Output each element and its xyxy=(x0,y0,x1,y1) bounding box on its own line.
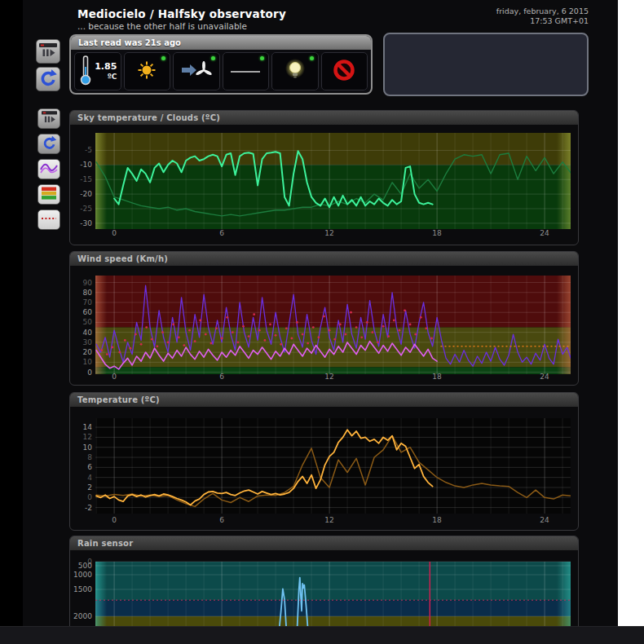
svg-text:14: 14 xyxy=(83,423,93,431)
svg-text:6: 6 xyxy=(87,463,92,471)
bulb-icon xyxy=(284,58,307,86)
svg-text:12: 12 xyxy=(324,229,333,237)
chart-title[interactable]: Sky temperature / Clouds (ºC) xyxy=(70,111,578,125)
svg-text:12: 12 xyxy=(83,433,92,441)
svg-text:500: 500 xyxy=(78,562,92,570)
temperature-unit: ºC xyxy=(95,73,117,81)
svg-text:80: 80 xyxy=(83,289,93,297)
curves-icon xyxy=(39,160,59,179)
sun-icon xyxy=(136,60,157,84)
svg-text:50: 50 xyxy=(83,318,93,326)
svg-text:8: 8 xyxy=(87,453,92,461)
svg-text:12: 12 xyxy=(324,373,333,381)
svg-text:24: 24 xyxy=(540,516,549,524)
tile-blocked[interactable] xyxy=(321,52,368,90)
chart-canvas[interactable]: -5-10-15-20-25-3006121824 xyxy=(70,125,578,245)
svg-text:20: 20 xyxy=(83,348,93,356)
tile-flatline[interactable] xyxy=(223,52,270,90)
svg-text:10: 10 xyxy=(83,443,93,452)
dotted-line-icon xyxy=(39,210,59,229)
svg-text:-20: -20 xyxy=(80,190,92,198)
page-subtitle: ... because the other half is unavailabl… xyxy=(77,21,247,31)
page-title: Mediocielo / Halfsky observatory xyxy=(77,7,286,20)
panels-button[interactable] xyxy=(37,108,60,129)
svg-text:1500: 1500 xyxy=(73,585,92,593)
chart-toolbar xyxy=(37,108,60,230)
tile-temperature[interactable]: 1.85 ºC xyxy=(74,52,121,90)
bottom-bar xyxy=(0,626,644,644)
page: Mediocielo / Halfsky observatory ... bec… xyxy=(0,0,644,644)
info-panel xyxy=(383,33,589,96)
status-panel: Last read was 21s ago 1.85 ºC xyxy=(69,34,373,95)
status-led xyxy=(211,56,215,60)
chart-title[interactable]: Wind speed (Km/h) xyxy=(70,252,578,266)
left-margin xyxy=(0,0,23,644)
svg-text:6: 6 xyxy=(219,229,224,237)
time-text: 17:53 GMT+01 xyxy=(496,16,589,26)
line-icon xyxy=(229,64,262,79)
refresh-button[interactable] xyxy=(36,67,60,91)
svg-text:18: 18 xyxy=(432,229,442,237)
wind-icon xyxy=(180,59,213,85)
datetime: friday, february, 6 2015 17:53 GMT+01 xyxy=(496,7,589,27)
svg-text:-5: -5 xyxy=(85,146,92,154)
panels-button[interactable] xyxy=(36,39,60,64)
tile-bulb[interactable] xyxy=(271,52,319,90)
svg-text:24: 24 xyxy=(540,373,549,381)
top-toolbar xyxy=(36,39,60,91)
panels-icon xyxy=(39,43,57,60)
svg-text:0: 0 xyxy=(112,229,117,237)
svg-text:0: 0 xyxy=(87,368,92,377)
svg-text:12: 12 xyxy=(324,516,333,524)
tile-sun[interactable] xyxy=(124,52,171,90)
svg-text:-30: -30 xyxy=(80,219,92,227)
refresh-button[interactable] xyxy=(37,134,60,154)
svg-text:1000: 1000 xyxy=(73,571,92,579)
status-led xyxy=(260,56,264,60)
chart-title[interactable]: Temperature (ºC) xyxy=(70,393,578,407)
curves-button[interactable] xyxy=(37,159,60,179)
svg-text:10: 10 xyxy=(83,358,93,366)
svg-text:18: 18 xyxy=(432,373,442,381)
status-led xyxy=(161,56,165,60)
status-led xyxy=(310,56,314,60)
svg-text:90: 90 xyxy=(83,279,93,287)
svg-text:-10: -10 xyxy=(80,161,92,169)
svg-text:-2: -2 xyxy=(85,504,92,512)
chart-panel-temperature: Temperature (ºC) 14121086420-206121824 xyxy=(69,392,579,531)
tile-wind[interactable] xyxy=(173,52,220,90)
status-tiles: 1.85 ºC xyxy=(71,50,371,93)
refresh-icon xyxy=(37,68,59,91)
chart-title[interactable]: Rain sensor xyxy=(70,536,578,550)
svg-text:24: 24 xyxy=(540,229,549,237)
svg-text:0: 0 xyxy=(87,493,92,501)
thermometer-icon xyxy=(78,55,93,89)
date-text: friday, february, 6 2015 xyxy=(496,7,589,16)
svg-text:18: 18 xyxy=(432,516,442,524)
svg-text:60: 60 xyxy=(83,308,93,316)
color-bands-icon xyxy=(39,185,59,204)
chart-canvas[interactable]: 908070605040302010006121824 xyxy=(70,266,578,385)
svg-text:40: 40 xyxy=(83,329,93,337)
thresholds-button[interactable] xyxy=(37,184,60,205)
chart-panel-sky: Sky temperature / Clouds (ºC) -5-10-15-2… xyxy=(69,110,579,245)
status-panel-header[interactable]: Last read was 21s ago xyxy=(71,36,371,50)
blocked-icon xyxy=(332,58,356,86)
chart-panel-wind: Wind speed (Km/h) 9080706050403020100061… xyxy=(69,251,579,386)
temperature-value: 1.85 xyxy=(95,62,117,72)
svg-text:-15: -15 xyxy=(80,175,92,183)
panels-icon xyxy=(42,111,57,126)
refresh-icon xyxy=(41,135,58,154)
svg-text:6: 6 xyxy=(219,373,224,381)
svg-text:0: 0 xyxy=(112,516,117,524)
svg-text:6: 6 xyxy=(219,516,224,524)
svg-text:4: 4 xyxy=(87,474,92,482)
svg-text:0: 0 xyxy=(112,373,117,381)
dotted-line-button[interactable] xyxy=(37,210,60,230)
svg-text:70: 70 xyxy=(83,298,93,307)
svg-text:2000: 2000 xyxy=(73,612,92,620)
chart-canvas[interactable]: 14121086420-206121824 xyxy=(70,407,578,530)
svg-text:-25: -25 xyxy=(80,205,92,213)
svg-text:30: 30 xyxy=(83,338,93,346)
svg-text:2: 2 xyxy=(87,483,92,492)
